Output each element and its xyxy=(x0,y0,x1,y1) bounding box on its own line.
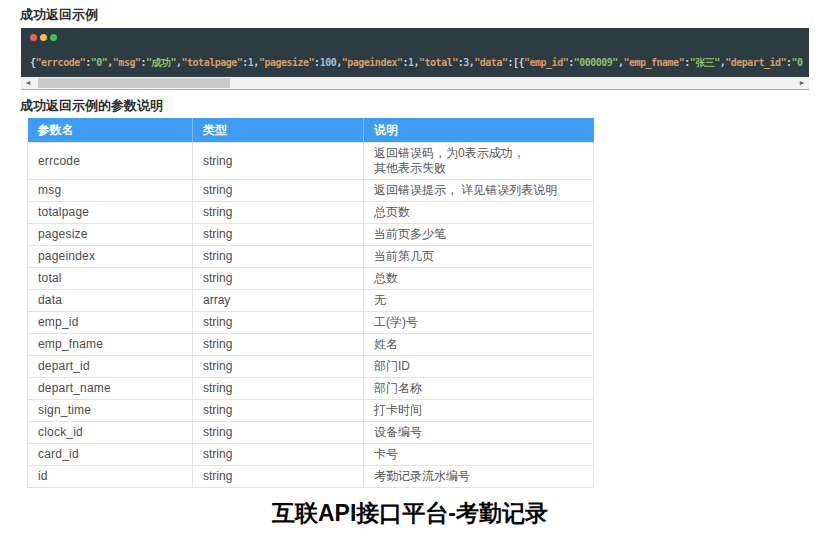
close-dot-icon xyxy=(30,34,37,41)
table-row: emp_fnamestring姓名 xyxy=(28,334,594,356)
param-type-cell: string xyxy=(193,400,364,422)
param-name-cell: card_id xyxy=(28,444,193,466)
table-row: clock_idstring设备编号 xyxy=(28,422,594,444)
param-type-cell: string xyxy=(193,312,364,334)
param-desc-cell: 考勤记录流水编号 xyxy=(364,466,594,488)
param-desc-cell: 当前页多少笔 xyxy=(364,224,594,246)
table-row: depart_namestring部门名称 xyxy=(28,378,594,400)
param-name-cell: errcode xyxy=(28,143,193,180)
param-name-cell: msg xyxy=(28,180,193,202)
col-header-description: 说明 xyxy=(364,118,594,143)
param-type-cell: string xyxy=(193,444,364,466)
param-name-cell: data xyxy=(28,290,193,312)
table-row: pagesizestring当前页多少笔 xyxy=(28,224,594,246)
param-type-cell: array xyxy=(193,290,364,312)
param-desc-cell: 返回错误提示， 详见错误列表说明 xyxy=(364,180,594,202)
param-type-cell: string xyxy=(193,466,364,488)
success-example-heading: 成功返回示例 xyxy=(20,6,98,24)
json-code-block: {"errcode":"0","msg":"成功","totalpage":1,… xyxy=(21,28,809,77)
table-row: pageindexstring当前第几页 xyxy=(28,246,594,268)
param-name-cell: emp_fname xyxy=(28,334,193,356)
param-desc-cell: 卡号 xyxy=(364,444,594,466)
param-type-cell: string xyxy=(193,356,364,378)
table-row: card_idstring卡号 xyxy=(28,444,594,466)
param-desc-cell: 部门名称 xyxy=(364,378,594,400)
param-name-cell: depart_name xyxy=(28,378,193,400)
param-type-cell: string xyxy=(193,422,364,444)
param-name-cell: id xyxy=(28,466,193,488)
table-row: dataarray无 xyxy=(28,290,594,312)
param-type-cell: string xyxy=(193,334,364,356)
param-type-cell: string xyxy=(193,246,364,268)
table-row: depart_idstring部门ID xyxy=(28,356,594,378)
param-name-cell: emp_id xyxy=(28,312,193,334)
table-row: totalstring总数 xyxy=(28,268,594,290)
param-name-cell: sign_time xyxy=(28,400,193,422)
page-title: 互联API接口平台-考勤记录 xyxy=(0,498,820,529)
param-desc-cell: 无 xyxy=(364,290,594,312)
param-desc-cell: 工(学)号 xyxy=(364,312,594,334)
param-type-cell: string xyxy=(193,378,364,400)
scroll-right-icon[interactable]: ► xyxy=(795,77,809,89)
table-row: errcodestring返回错误码，为0表示成功， 其他表示失败 xyxy=(28,143,594,180)
param-desc-cell: 当前第几页 xyxy=(364,246,594,268)
param-type-cell: string xyxy=(193,224,364,246)
param-desc-cell: 打卡时间 xyxy=(364,400,594,422)
param-desc-cell: 总页数 xyxy=(364,202,594,224)
minimize-dot-icon xyxy=(40,34,47,41)
param-type-cell: string xyxy=(193,268,364,290)
param-desc-cell: 姓名 xyxy=(364,334,594,356)
table-row: sign_timestring打卡时间 xyxy=(28,400,594,422)
param-type-cell: string xyxy=(193,143,364,180)
param-name-cell: pageindex xyxy=(28,246,193,268)
param-desc-cell: 返回错误码，为0表示成功， 其他表示失败 xyxy=(364,143,594,180)
param-name-cell: totalpage xyxy=(28,202,193,224)
scroll-left-icon[interactable]: ◄ xyxy=(21,77,35,89)
scrollbar-thumb[interactable] xyxy=(38,78,230,88)
table-header-row: 参数名 类型 说明 xyxy=(28,118,594,143)
param-desc-cell: 设备编号 xyxy=(364,422,594,444)
table-row: totalpagestring总页数 xyxy=(28,202,594,224)
maximize-dot-icon xyxy=(50,34,57,41)
params-table: 参数名 类型 说明 errcodestring返回错误码，为0表示成功， 其他表… xyxy=(27,118,594,488)
table-row: idstring考勤记录流水编号 xyxy=(28,466,594,488)
table-row: emp_idstring工(学)号 xyxy=(28,312,594,334)
param-desc-cell: 总数 xyxy=(364,268,594,290)
horizontal-scrollbar[interactable]: ◄ ► xyxy=(21,77,809,90)
param-name-cell: clock_id xyxy=(28,422,193,444)
window-controls xyxy=(30,34,57,41)
code-window: {"errcode":"0","msg":"成功","totalpage":1,… xyxy=(21,28,809,90)
api-doc-page: 成功返回示例 {"errcode":"0","msg":"成功","totalp… xyxy=(0,0,820,540)
param-name-cell: pagesize xyxy=(28,224,193,246)
param-name-cell: total xyxy=(28,268,193,290)
param-name-cell: depart_id xyxy=(28,356,193,378)
param-type-cell: string xyxy=(193,180,364,202)
param-type-cell: string xyxy=(193,202,364,224)
param-desc-cell: 部门ID xyxy=(364,356,594,378)
params-description-heading: 成功返回示例的参数说明 xyxy=(20,97,163,115)
col-header-type: 类型 xyxy=(193,118,364,143)
json-response-code: {"errcode":"0","msg":"成功","totalpage":1,… xyxy=(30,56,803,72)
table-row: msgstring返回错误提示， 详见错误列表说明 xyxy=(28,180,594,202)
col-header-param-name: 参数名 xyxy=(28,118,193,143)
